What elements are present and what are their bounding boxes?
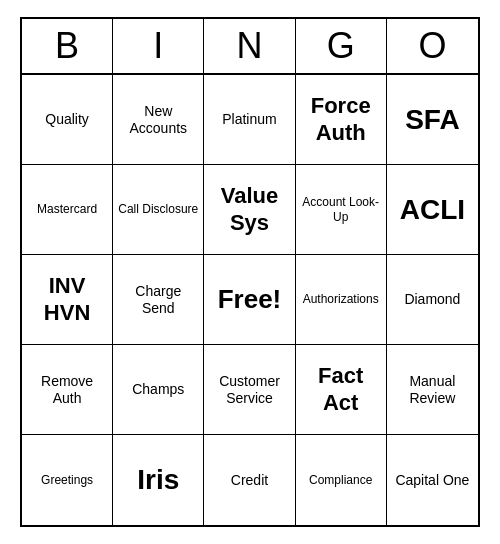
bingo-cell-18: Fact Act xyxy=(296,345,387,435)
bingo-cell-17: Customer Service xyxy=(204,345,295,435)
bingo-cell-6: Call Disclosure xyxy=(113,165,204,255)
bingo-grid: QualityNew AccountsPlatinumForce AuthSFA… xyxy=(22,75,478,525)
header-letter-n: N xyxy=(204,19,295,73)
bingo-header: BINGO xyxy=(22,19,478,75)
bingo-cell-19: Manual Review xyxy=(387,345,478,435)
bingo-cell-7: Value Sys xyxy=(204,165,295,255)
bingo-cell-24: Capital One xyxy=(387,435,478,525)
bingo-cell-11: Charge Send xyxy=(113,255,204,345)
bingo-cell-22: Credit xyxy=(204,435,295,525)
bingo-cell-1: New Accounts xyxy=(113,75,204,165)
bingo-cell-15: Remove Auth xyxy=(22,345,113,435)
header-letter-b: B xyxy=(22,19,113,73)
bingo-cell-10: INV HVN xyxy=(22,255,113,345)
bingo-cell-16: Champs xyxy=(113,345,204,435)
header-letter-g: G xyxy=(296,19,387,73)
bingo-cell-14: Diamond xyxy=(387,255,478,345)
bingo-cell-23: Compliance xyxy=(296,435,387,525)
header-letter-o: O xyxy=(387,19,478,73)
bingo-card: BINGO QualityNew AccountsPlatinumForce A… xyxy=(20,17,480,527)
bingo-cell-9: ACLI xyxy=(387,165,478,255)
bingo-cell-0: Quality xyxy=(22,75,113,165)
bingo-cell-8: Account Look-Up xyxy=(296,165,387,255)
bingo-cell-4: SFA xyxy=(387,75,478,165)
bingo-cell-3: Force Auth xyxy=(296,75,387,165)
bingo-cell-2: Platinum xyxy=(204,75,295,165)
bingo-cell-13: Authorizations xyxy=(296,255,387,345)
bingo-cell-12: Free! xyxy=(204,255,295,345)
bingo-cell-20: Greetings xyxy=(22,435,113,525)
header-letter-i: I xyxy=(113,19,204,73)
bingo-cell-21: Iris xyxy=(113,435,204,525)
bingo-cell-5: Mastercard xyxy=(22,165,113,255)
